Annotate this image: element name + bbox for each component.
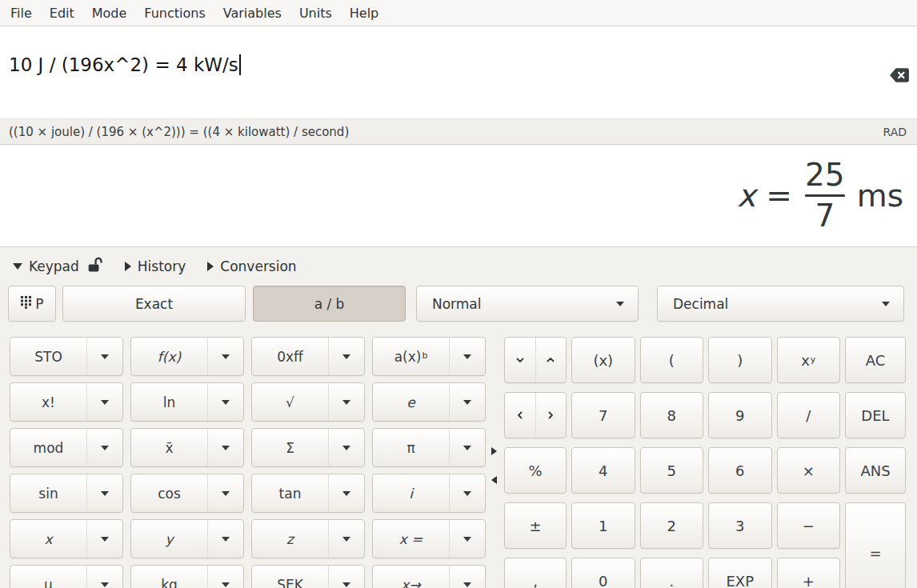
key-sto-dropdown[interactable]: [86, 338, 122, 375]
key-sqrt[interactable]: √: [251, 382, 365, 422]
key-mod[interactable]: mod: [10, 428, 123, 467]
display-mode-select[interactable]: Normal: [416, 286, 639, 322]
key-digit-9[interactable]: 9: [708, 392, 772, 438]
key-mean-dropdown[interactable]: [207, 429, 243, 466]
chevron-up-icon[interactable]: [535, 338, 567, 382]
key-mod-dropdown[interactable]: [86, 429, 122, 466]
key-del[interactable]: DEL: [845, 392, 906, 438]
key-digit-8[interactable]: 8: [640, 392, 704, 438]
key-e-dropdown[interactable]: [449, 383, 485, 421]
key-var-x-dropdown[interactable]: [86, 520, 122, 558]
key-unit-u-dropdown[interactable]: [86, 566, 122, 588]
key-divide[interactable]: /: [777, 392, 841, 438]
key-tan[interactable]: tan: [251, 474, 365, 513]
key-unit-sek-dropdown[interactable]: [328, 566, 364, 588]
key-e[interactable]: e: [372, 382, 486, 422]
menu-mode[interactable]: Mode: [83, 0, 136, 26]
backspace-button[interactable]: [889, 67, 910, 83]
key-digit-6[interactable]: 6: [708, 447, 772, 494]
key-pi-dropdown[interactable]: [449, 429, 485, 466]
key-multiply[interactable]: ×: [777, 447, 841, 494]
key-x-equals[interactable]: x =: [372, 519, 486, 558]
key-digit-2[interactable]: 2: [640, 502, 704, 549]
menu-functions[interactable]: Functions: [135, 0, 214, 26]
key-unit-kg-dropdown[interactable]: [207, 566, 243, 588]
exact-toggle-button[interactable]: Exact: [62, 286, 246, 322]
key-unit-kg[interactable]: kg: [130, 565, 244, 588]
key-factorial-dropdown[interactable]: [86, 383, 122, 421]
tab-history[interactable]: History: [125, 258, 186, 274]
key-sum-dropdown[interactable]: [328, 429, 364, 466]
number-base-select[interactable]: Decimal: [657, 286, 904, 322]
key-sqrt-dropdown[interactable]: [328, 383, 364, 421]
key-cos[interactable]: cos: [130, 474, 244, 513]
key-unit-u[interactable]: u: [10, 565, 123, 588]
programming-keypad-button[interactable]: P: [8, 286, 56, 322]
key-digit-5[interactable]: 5: [640, 447, 704, 494]
key-convert-x-to-dropdown[interactable]: [449, 566, 485, 588]
key-unit-sek[interactable]: SEK: [251, 565, 365, 588]
menu-edit[interactable]: Edit: [41, 0, 83, 26]
chevron-right-icon[interactable]: [535, 393, 567, 438]
key-minus[interactable]: −: [777, 502, 841, 549]
key-sto[interactable]: STO: [10, 337, 123, 376]
key-factorial[interactable]: x!: [10, 382, 123, 422]
key-sin[interactable]: sin: [10, 474, 123, 513]
key-hex-0xff[interactable]: 0xff: [251, 337, 365, 376]
tab-keypad[interactable]: Keypad: [13, 256, 103, 276]
key-pi[interactable]: π: [372, 428, 486, 467]
key-percent[interactable]: %: [504, 447, 567, 494]
key-imaginary-i[interactable]: i: [372, 474, 486, 513]
key-convert-x-to[interactable]: x→: [372, 565, 486, 588]
key-tan-dropdown[interactable]: [328, 474, 364, 512]
chevron-down-icon: [222, 491, 230, 496]
key-digit-7[interactable]: 7: [571, 392, 635, 438]
key-paren-x[interactable]: (x): [571, 337, 635, 383]
tab-conversion[interactable]: Conversion: [207, 258, 296, 274]
key-x-equals-dropdown[interactable]: [449, 520, 485, 558]
key-decimal-point[interactable]: .: [640, 558, 704, 588]
key-digit-3[interactable]: 3: [708, 502, 772, 549]
key-hex-0xff-dropdown[interactable]: [328, 338, 364, 375]
key-power-a-x-b-dropdown[interactable]: [449, 338, 485, 375]
chevron-left-icon[interactable]: [505, 393, 535, 438]
keypad-lock-icon[interactable]: [87, 256, 103, 276]
menu-units[interactable]: Units: [290, 0, 341, 26]
key-var-x[interactable]: x: [10, 519, 123, 558]
key-digit-1[interactable]: 1: [571, 502, 635, 549]
key-sin-dropdown[interactable]: [86, 474, 122, 512]
key-close-paren[interactable]: ): [708, 337, 772, 383]
key-comma[interactable]: ,: [504, 558, 567, 588]
key-ln[interactable]: ln: [130, 382, 244, 422]
key-ac[interactable]: AC: [845, 337, 906, 383]
key-equals[interactable]: =: [845, 502, 906, 588]
key-cos-dropdown[interactable]: [207, 474, 243, 512]
expand-pane-right-icon[interactable]: [491, 447, 497, 455]
key-sum[interactable]: Σ: [251, 428, 365, 467]
expression-input[interactable]: 10 J / (196x^2) = 4 kW/s: [0, 26, 917, 118]
chevron-down-icon[interactable]: [505, 338, 535, 382]
key-mean[interactable]: x̄: [130, 428, 244, 467]
menu-file[interactable]: File: [2, 0, 41, 26]
key-plus-minus[interactable]: ±: [504, 502, 567, 549]
fraction-toggle-button[interactable]: a / b: [253, 286, 406, 322]
menu-help[interactable]: Help: [341, 0, 387, 26]
key-exp[interactable]: EXP: [708, 558, 772, 588]
key-digit-4[interactable]: 4: [571, 447, 635, 494]
key-open-paren[interactable]: (: [640, 337, 704, 383]
key-ans[interactable]: ANS: [845, 447, 906, 494]
key-imaginary-i-dropdown[interactable]: [449, 474, 485, 512]
key-function-dropdown[interactable]: [207, 338, 243, 375]
key-digit-0[interactable]: 0: [571, 558, 635, 588]
key-var-z-dropdown[interactable]: [328, 520, 364, 558]
key-function[interactable]: f(x): [130, 337, 244, 376]
key-power-x-y[interactable]: xy: [777, 337, 841, 383]
key-plus[interactable]: +: [777, 558, 841, 588]
expand-pane-left-icon[interactable]: [491, 476, 497, 484]
key-var-y-dropdown[interactable]: [207, 520, 243, 558]
menu-variables[interactable]: Variables: [214, 0, 290, 26]
key-ln-dropdown[interactable]: [207, 383, 243, 421]
key-var-z[interactable]: z: [251, 519, 365, 558]
key-var-y[interactable]: y: [130, 519, 244, 558]
key-power-a-x-b[interactable]: a(x)b: [372, 337, 486, 376]
